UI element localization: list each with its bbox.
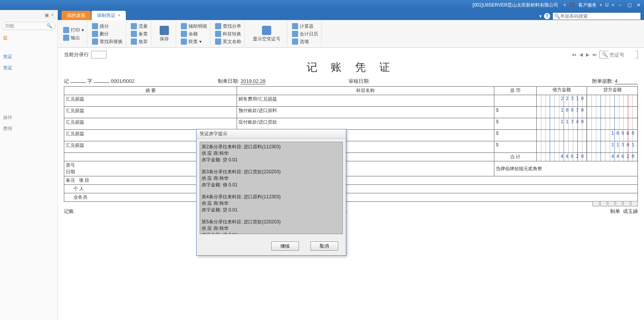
current-row-input[interactable]: [91, 51, 107, 59]
table-row[interactable]: 汇兑损益预付账款/进口原料$10970: [64, 107, 638, 118]
u-menu[interactable]: U: [605, 2, 609, 8]
debit-cell[interactable]: 22310: [536, 95, 587, 107]
close-panel-icon[interactable]: ×: [51, 12, 54, 18]
currency-cell[interactable]: [494, 95, 537, 107]
table-row[interactable]: 汇兑损益$11341: [64, 141, 638, 153]
mini-btn-3[interactable]: [608, 201, 615, 206]
find-icon: [92, 39, 98, 45]
english-name-button[interactable]: 英文名称: [215, 38, 241, 45]
attach-value[interactable]: 4: [615, 78, 638, 84]
last-icon[interactable]: ⏭: [592, 52, 598, 57]
tab-desktop[interactable]: 我的桌面: [62, 11, 91, 20]
credit-cell[interactable]: [587, 107, 638, 118]
calendar-button[interactable]: 会计日历: [292, 30, 318, 37]
table-row[interactable]: 汇兑损益$10969: [64, 130, 638, 141]
print-button[interactable]: 打印 ▾: [63, 27, 84, 34]
service-label[interactable]: 客户服务: [578, 2, 597, 8]
function-search[interactable]: 功能🔍: [2, 22, 56, 30]
continue-button[interactable]: 继续: [271, 241, 299, 251]
mini-btn-6[interactable]: [631, 201, 638, 206]
save-icon: [160, 26, 169, 35]
save-button[interactable]: 保存: [156, 22, 173, 46]
flow-icon: [131, 23, 137, 29]
printer-icon: [63, 27, 69, 33]
next-icon[interactable]: ▶: [585, 52, 590, 57]
credit-cell[interactable]: 11341: [587, 141, 638, 153]
currency-cell[interactable]: $: [494, 141, 537, 153]
gear-icon: [292, 39, 298, 45]
show-empty-no-button[interactable]: 显示空凭证号: [249, 22, 284, 46]
debit-cell[interactable]: [536, 141, 587, 153]
mini-btn-5[interactable]: [623, 201, 630, 206]
maximize-icon[interactable]: ▢: [626, 2, 632, 8]
list-icon: [262, 26, 271, 35]
subject-cell[interactable]: 应付账款/进口货款: [237, 118, 494, 130]
debit-cell[interactable]: 10970: [536, 107, 587, 118]
delete-icon: [92, 31, 98, 37]
headset-icon[interactable]: 🎧: [569, 2, 575, 8]
close-icon[interactable]: ✕: [636, 2, 642, 8]
minimize-icon[interactable]: –: [617, 2, 623, 8]
zi-label: 字: [87, 78, 92, 85]
sidebar-item-2[interactable]: 凭证: [2, 62, 56, 74]
delete-row-button[interactable]: 删分: [92, 30, 123, 37]
voucher-no-input[interactable]: [609, 51, 636, 59]
table-row[interactable]: 汇兑损益财务费用/汇兑损益22310: [64, 95, 638, 107]
insert-row-button[interactable]: 插分: [92, 23, 123, 30]
credit-cell[interactable]: [587, 118, 638, 130]
audit-button[interactable]: 备查: [131, 30, 148, 37]
mini-btn-2[interactable]: [600, 201, 607, 206]
export-icon: [63, 35, 69, 41]
debit-cell[interactable]: [536, 130, 587, 141]
seq-label: 0001/0002: [111, 78, 134, 84]
dropdown-icon[interactable]: ▾: [564, 2, 566, 8]
sidebar-item-0[interactable]: 益: [2, 32, 56, 44]
find-split-button[interactable]: 查找分单: [215, 23, 241, 30]
subject-cell[interactable]: 预付账款/进口原料: [237, 107, 494, 118]
summary-cell[interactable]: 汇兑损益: [64, 118, 237, 130]
link-query-button[interactable]: 联查 ▾: [181, 38, 207, 45]
ji-label: 记: [64, 78, 69, 85]
cancel-button[interactable]: 取消: [310, 241, 338, 251]
first-icon[interactable]: ⏮: [571, 52, 577, 57]
mini-btn-4[interactable]: [616, 201, 622, 206]
ribbon: 打印 ▾ 输出 插分 删分 查找和替换 流量 备查 放弃 保存 辅助明细 余额 …: [58, 20, 644, 48]
find-replace-button[interactable]: 查找和替换: [92, 38, 123, 45]
currency-cell[interactable]: $: [494, 118, 537, 130]
balance-button[interactable]: 余额: [181, 30, 207, 37]
calculator-button[interactable]: 计算器: [292, 23, 318, 30]
table-row[interactable]: 汇兑损益应付账款/进口货款$11340: [64, 118, 638, 130]
tab-voucher[interactable]: 填制凭证×: [92, 11, 126, 20]
sidebar-item-5[interactable]: 操作: [2, 112, 56, 123]
export-button[interactable]: 输出: [63, 34, 84, 41]
barcode-search[interactable]: 🔍: [552, 12, 641, 20]
prev-icon[interactable]: ◀: [579, 52, 584, 57]
abandon-button[interactable]: 放弃: [131, 38, 148, 45]
dialog-message[interactable]: 第2条分录往来科目: 进口原料(112303) 供 应 商:韩华 赤字金额: 贷…: [200, 142, 343, 234]
summary-cell[interactable]: 汇兑损益: [64, 95, 237, 107]
tab-close-icon[interactable]: ×: [118, 13, 120, 18]
calculator-icon: [292, 23, 298, 29]
subject-switch-button[interactable]: 科目转换: [215, 30, 241, 37]
tab-row: ▣ × 我的桌面 填制凭证× ▾ ? 🔍: [0, 10, 644, 20]
credit-cell[interactable]: 10969: [587, 130, 638, 141]
sidebar-item-1[interactable]: 凭证: [2, 51, 56, 62]
th-debit: 借方金额: [536, 87, 587, 95]
options-button[interactable]: 选项: [292, 38, 318, 45]
barcode-search-input[interactable]: [560, 13, 639, 19]
dropdown-icon[interactable]: ▾: [539, 13, 542, 19]
subject-cell[interactable]: 财务费用/汇兑损益: [237, 95, 494, 107]
flow-button[interactable]: 流量: [131, 23, 148, 30]
currency-cell[interactable]: $: [494, 107, 537, 118]
voucher-no-search[interactable]: 🔍: [599, 51, 638, 59]
currency-cell[interactable]: $: [494, 130, 537, 141]
aux-detail-button[interactable]: 辅助明细: [181, 23, 207, 30]
pin-icon[interactable]: ▣: [45, 12, 49, 18]
help-icon[interactable]: ?: [544, 13, 550, 19]
make-date-value[interactable]: 2019.02.28: [240, 78, 265, 84]
debit-cell[interactable]: 11340: [536, 118, 587, 130]
summary-cell[interactable]: 汇兑损益: [64, 107, 237, 118]
sidebar-item-6[interactable]: 费用: [2, 123, 56, 134]
mini-btn-1[interactable]: [592, 201, 599, 206]
credit-cell[interactable]: [587, 95, 638, 107]
